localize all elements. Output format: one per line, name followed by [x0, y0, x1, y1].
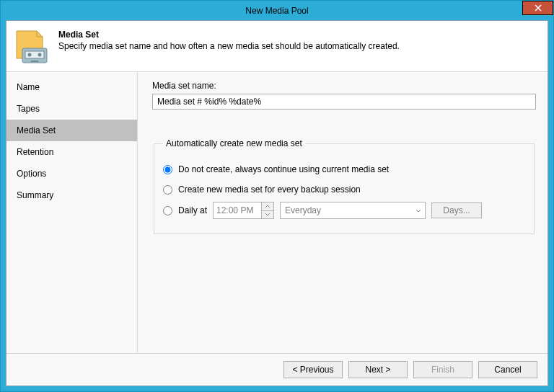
- radio-row-daily-at: Daily at: [163, 202, 525, 219]
- nav-item-tapes[interactable]: Tapes: [6, 98, 137, 120]
- spinner-down[interactable]: [262, 211, 273, 219]
- auto-create-group: Automatically create new media set Do no…: [154, 138, 535, 234]
- radio-daily-at-label: Daily at: [178, 205, 207, 215]
- step-title: Media Set: [58, 30, 400, 40]
- radio-do-not-create-label: Do not create, always continue using cur…: [178, 164, 389, 174]
- finish-button[interactable]: Finish: [413, 361, 472, 378]
- window: New Media Pool Media: [0, 0, 554, 392]
- wizard-footer: < Previous Next > Finish Cancel: [6, 353, 548, 386]
- time-input[interactable]: [214, 202, 261, 218]
- time-spinner-buttons[interactable]: [261, 202, 273, 218]
- step-content: Media set name: Automatically create new…: [138, 72, 548, 353]
- svg-rect-6: [31, 61, 38, 62]
- close-button[interactable]: [522, 1, 553, 15]
- media-set-name-input[interactable]: [152, 94, 536, 110]
- radio-row-every-session[interactable]: Create new media set for every backup se…: [163, 182, 525, 197]
- spinner-up[interactable]: [262, 202, 273, 211]
- nav-item-options[interactable]: Options: [6, 163, 137, 184]
- step-header-text: Media Set Specify media set name and how…: [58, 27, 400, 64]
- radio-every-session-label: Create new media set for every backup se…: [178, 184, 361, 195]
- nav-item-summary[interactable]: Summary: [6, 184, 137, 206]
- cancel-button[interactable]: Cancel: [478, 361, 537, 378]
- close-icon: [535, 4, 542, 12]
- radio-every-session[interactable]: [163, 185, 172, 195]
- next-button[interactable]: Next >: [348, 361, 408, 378]
- radio-do-not-create[interactable]: [163, 165, 172, 174]
- radio-row-do-not-create[interactable]: Do not create, always continue using cur…: [163, 161, 525, 177]
- svg-point-4: [28, 53, 32, 57]
- step-subtitle: Specify media set name and how often a n…: [58, 41, 400, 51]
- titlebar: New Media Pool: [1, 1, 553, 20]
- recurrence-value: Everyday: [281, 205, 412, 215]
- nav-item-name[interactable]: Name: [6, 76, 137, 98]
- wizard-nav: Name Tapes Media Set Retention Options S…: [6, 72, 138, 353]
- media-set-name-label: Media set name:: [152, 81, 536, 91]
- previous-button[interactable]: < Previous: [283, 361, 343, 378]
- dialog-body: Media Set Specify media set name and how…: [6, 20, 548, 386]
- time-spinner[interactable]: [213, 202, 274, 219]
- nav-item-retention[interactable]: Retention: [6, 141, 137, 163]
- chevron-up-icon: [265, 205, 271, 208]
- nav-item-media-set[interactable]: Media Set: [6, 120, 137, 141]
- window-title: New Media Pool: [1, 6, 553, 16]
- step-header: Media Set Specify media set name and how…: [6, 21, 548, 72]
- recurrence-arrow[interactable]: [412, 202, 425, 218]
- media-set-icon: [14, 27, 51, 64]
- chevron-down-icon: [416, 209, 421, 213]
- radio-daily-at[interactable]: [163, 206, 172, 215]
- recurrence-combo[interactable]: Everyday: [280, 202, 426, 219]
- auto-create-legend: Automatically create new media set: [163, 138, 305, 148]
- days-button[interactable]: Days...: [431, 202, 482, 218]
- svg-point-5: [38, 53, 42, 57]
- chevron-down-icon: [265, 213, 271, 216]
